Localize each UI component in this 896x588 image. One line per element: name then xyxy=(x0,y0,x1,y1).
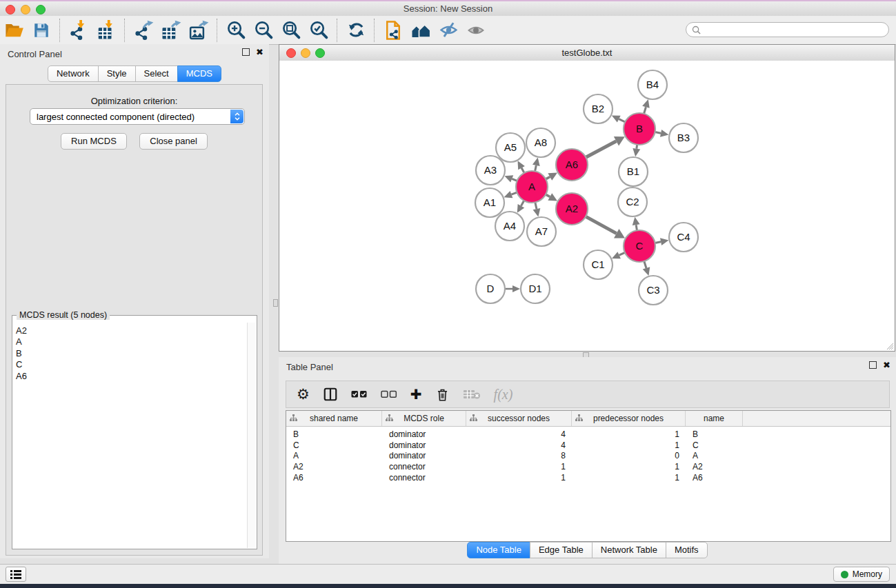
new-network-from-selection-button[interactable] xyxy=(379,18,407,43)
svg-text:C2: C2 xyxy=(626,196,639,207)
zoom-fit-button[interactable] xyxy=(277,18,305,43)
open-session-button[interactable] xyxy=(0,18,28,43)
select-all-columns-button[interactable] xyxy=(351,389,368,399)
svg-text:A: A xyxy=(528,181,535,192)
show-panels-menu-button[interactable] xyxy=(6,567,26,582)
tab-style[interactable]: Style xyxy=(98,65,136,82)
graph-node-D[interactable]: D xyxy=(476,274,505,303)
float-panel-icon[interactable] xyxy=(242,48,250,56)
close-panel-button[interactable]: Close panel xyxy=(139,133,208,150)
export-network-icon xyxy=(133,20,154,41)
mcds-result-item[interactable]: C xyxy=(16,359,247,370)
export-table-button[interactable] xyxy=(157,18,185,43)
graph-node-A2[interactable]: A2 xyxy=(556,193,588,225)
import-network-button[interactable] xyxy=(65,18,92,43)
network-canvas[interactable]: B4B2BB3A8A5A6A3B1AA1C2A2A4A7C4CC1C3DD1 xyxy=(279,61,895,351)
table-row[interactable]: Bdominator41B xyxy=(286,429,890,440)
cell-shared-name: B xyxy=(286,429,382,439)
tab-select[interactable]: Select xyxy=(135,65,178,82)
graph-node-A3[interactable]: A3 xyxy=(476,156,505,185)
graph-node-B2[interactable]: B2 xyxy=(584,94,613,123)
mcds-result-scrollbar[interactable] xyxy=(247,323,256,548)
run-mcds-button[interactable]: Run MCDS xyxy=(61,133,127,150)
graph-node-A5[interactable]: A5 xyxy=(496,133,525,162)
column-header-name[interactable]: name xyxy=(686,411,743,426)
graph-node-A6[interactable]: A6 xyxy=(556,149,588,181)
close-panel-icon[interactable]: ✖ xyxy=(883,361,890,369)
mcds-result-item[interactable]: A6 xyxy=(16,371,247,382)
graph-node-A[interactable]: A xyxy=(516,171,548,203)
mcds-result-item[interactable]: A2 xyxy=(16,325,247,336)
cell-predecessor-nodes: 1 xyxy=(572,440,686,450)
export-network-button[interactable] xyxy=(130,18,157,43)
table-panel-title: Table Panel xyxy=(286,362,333,372)
refresh-view-button[interactable] xyxy=(342,18,370,43)
column-header-shared-name[interactable]: shared name xyxy=(286,411,382,426)
mcds-result-item[interactable]: B xyxy=(16,348,247,359)
window-resize-grip[interactable] xyxy=(886,342,894,350)
graph-node-D1[interactable]: D1 xyxy=(521,274,550,303)
table-row[interactable]: Adominator80A xyxy=(286,450,890,461)
graph-node-A7[interactable]: A7 xyxy=(527,217,556,246)
table-row[interactable]: A6connector11A6 xyxy=(286,472,890,483)
function-builder-button[interactable]: f(x) xyxy=(494,387,513,403)
optimization-criterion-select[interactable]: largest connected component (directed) xyxy=(30,108,245,125)
show-columns-button[interactable] xyxy=(323,387,338,402)
mcds-result-list[interactable]: A2ABCA6 xyxy=(13,323,247,548)
graph-node-A8[interactable]: A8 xyxy=(526,128,555,157)
import-table-button[interactable] xyxy=(92,18,120,43)
graph-node-B4[interactable]: B4 xyxy=(638,70,667,99)
zoom-out-button[interactable] xyxy=(250,18,277,43)
column-header-successor-nodes[interactable]: successor nodes xyxy=(466,411,572,426)
tab-network-table[interactable]: Network Table xyxy=(592,542,666,558)
tab-mcds[interactable]: MCDS xyxy=(177,65,221,82)
svg-text:B: B xyxy=(636,123,643,134)
delete-table-button[interactable] xyxy=(463,388,481,401)
export-image-button[interactable] xyxy=(185,18,212,43)
toolbar-separator xyxy=(59,19,61,42)
column-header-predecessor-nodes[interactable]: predecessor nodes xyxy=(572,411,686,426)
graph-node-B1[interactable]: B1 xyxy=(619,157,648,186)
splitter-grip[interactable] xyxy=(273,299,278,307)
graph-node-B3[interactable]: B3 xyxy=(669,123,698,152)
hide-selected-button[interactable] xyxy=(435,18,462,43)
save-session-button[interactable] xyxy=(28,18,55,43)
search-input[interactable] xyxy=(704,24,888,35)
graph-node-C3[interactable]: C3 xyxy=(639,276,668,305)
mcds-result-item[interactable]: A xyxy=(16,336,247,347)
graph-node-C1[interactable]: C1 xyxy=(584,250,613,279)
column-type-icon xyxy=(470,414,477,422)
graph-node-C4[interactable]: C4 xyxy=(669,223,698,252)
optimization-criterion-label: Optimization criterion: xyxy=(6,96,262,106)
zoom-selected-button[interactable] xyxy=(305,18,332,43)
cell-predecessor-nodes: 1 xyxy=(572,429,686,439)
cell-predecessor-nodes: 1 xyxy=(572,462,686,472)
graph-node-C2[interactable]: C2 xyxy=(618,187,647,216)
table-row[interactable]: Cdominator41C xyxy=(286,440,890,451)
table-options-button[interactable]: ⚙ xyxy=(297,387,310,401)
tab-motifs[interactable]: Motifs xyxy=(666,542,708,558)
float-panel-icon[interactable] xyxy=(869,361,877,369)
first-neighbors-button[interactable] xyxy=(407,18,435,43)
graph-node-A4[interactable]: A4 xyxy=(495,212,524,241)
graph-node-C[interactable]: C xyxy=(624,230,655,262)
search-field[interactable] xyxy=(686,22,889,37)
graph-node-A1[interactable]: A1 xyxy=(475,188,504,217)
table-row[interactable]: A2connector11A2 xyxy=(286,461,890,472)
close-panel-icon[interactable]: ✖ xyxy=(256,48,263,56)
tab-node-table[interactable]: Node Table xyxy=(467,542,530,558)
delete-columns-button[interactable] xyxy=(435,387,450,402)
create-column-button[interactable]: ✚ xyxy=(410,387,422,401)
unchecked-boxes-icon xyxy=(381,389,397,399)
show-all-button[interactable] xyxy=(462,18,490,43)
network-window-titlebar[interactable]: testGlobe.txt xyxy=(279,45,895,61)
tab-network[interactable]: Network xyxy=(48,65,99,82)
tab-edge-table[interactable]: Edge Table xyxy=(530,542,593,558)
svg-text:A3: A3 xyxy=(484,164,497,176)
cell-successor-nodes: 4 xyxy=(466,440,572,450)
zoom-in-button[interactable] xyxy=(222,18,250,43)
column-header-MCDS-role[interactable]: MCDS role xyxy=(382,411,466,426)
graph-node-B[interactable]: B xyxy=(624,113,655,145)
unselect-all-columns-button[interactable] xyxy=(381,389,397,399)
memory-button[interactable]: Memory xyxy=(833,567,890,582)
